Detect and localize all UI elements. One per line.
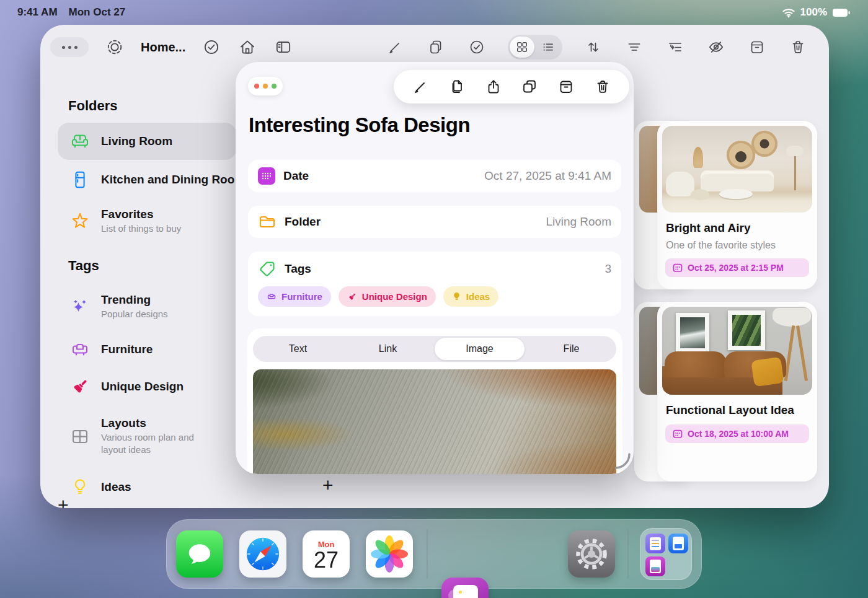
indent-move-icon[interactable] xyxy=(665,37,685,57)
dock-app-settings[interactable] xyxy=(568,530,615,578)
sidebar-item-label: Trending xyxy=(101,293,213,307)
status-time: 9:41 AM xyxy=(17,6,58,19)
sofa-icon xyxy=(68,131,92,152)
safari-compass-icon xyxy=(244,535,282,573)
calendar-icon xyxy=(673,263,683,273)
sidebar-item-unique-design[interactable]: Unique Design xyxy=(58,372,236,402)
folder-row[interactable]: Folder Living Room xyxy=(248,206,621,238)
sidebar-item-ideas[interactable]: Ideas xyxy=(58,472,236,502)
dock-app-calendar[interactable]: Mon 27 xyxy=(303,530,350,578)
card-bright-and-airy[interactable]: Bright and Airy One of the favorite styl… xyxy=(657,121,817,289)
dock-app-gallery-notes[interactable] xyxy=(441,578,489,598)
dock-app-safari[interactable] xyxy=(239,530,286,578)
modal-action-bar xyxy=(394,70,629,103)
card-title: Functional Layout Idea xyxy=(666,403,794,417)
date-value: Oct 27, 2025 at 9:41 AM xyxy=(484,169,611,183)
mini-gallery-icon xyxy=(645,556,665,576)
mini-document-icon xyxy=(668,534,688,553)
duplicate-icon[interactable] xyxy=(520,77,539,97)
sidebar-add-button[interactable]: + xyxy=(58,496,69,508)
sort-arrows-icon[interactable] xyxy=(583,37,603,57)
card-date-badge: Oct 18, 2025 at 10:00 AM xyxy=(665,424,809,443)
chip-label: Unique Design xyxy=(362,291,427,302)
status-date: Mon Oct 27 xyxy=(69,6,126,19)
content-add-button[interactable]: + xyxy=(322,476,334,495)
sidebar-toggle-icon[interactable] xyxy=(273,37,293,57)
grid-view-icon[interactable] xyxy=(510,37,534,58)
calendar-day-number: 27 xyxy=(314,549,339,571)
calendar-icon xyxy=(673,429,683,439)
card-title: Bright and Airy xyxy=(666,221,751,235)
edit-pencil-icon[interactable] xyxy=(385,37,405,57)
window-title: Home... xyxy=(141,40,185,55)
chip-label: Ideas xyxy=(466,291,490,302)
sidebar-item-kitchen[interactable]: Kitchen and Dining Roo xyxy=(58,164,236,196)
sparkles-icon xyxy=(68,297,92,317)
resize-handle-icon[interactable] xyxy=(614,452,631,472)
sidebar-item-layouts[interactable]: Layouts Various room plan and layout ide… xyxy=(58,408,236,465)
copy-pages-icon[interactable] xyxy=(447,77,467,97)
green-dot-icon xyxy=(272,84,277,89)
archive-icon[interactable] xyxy=(747,37,767,57)
settings-gear-icon[interactable] xyxy=(105,37,125,57)
dock: Mon 27 xyxy=(166,519,702,589)
trash-icon[interactable] xyxy=(788,37,808,57)
dock-app-messages[interactable] xyxy=(176,530,223,578)
trash-icon[interactable] xyxy=(593,77,613,97)
dock-app-folder[interactable] xyxy=(640,528,692,580)
edit-pencil-icon[interactable] xyxy=(410,77,430,97)
check-circle-icon[interactable] xyxy=(202,37,221,57)
tab-text[interactable]: Text xyxy=(253,338,343,360)
card-photo xyxy=(662,126,812,213)
card-subtitle: One of the favorite styles xyxy=(666,240,776,251)
card-functional-layout[interactable]: Functional Layout Idea Oct 18, 2025 at 1… xyxy=(657,302,817,481)
app-window: Home... xyxy=(40,25,829,508)
archive-icon[interactable] xyxy=(556,77,576,97)
select-check-icon[interactable] xyxy=(467,37,487,57)
tag-chip-furniture[interactable]: Furniture xyxy=(258,286,331,307)
view-mode-segment[interactable] xyxy=(508,35,562,59)
lightbulb-icon xyxy=(68,477,92,497)
hide-eye-slash-icon[interactable] xyxy=(706,37,726,57)
sidebar-item-label: Ideas xyxy=(101,480,131,493)
sidebar-item-trending[interactable]: Trending Popular designs xyxy=(58,286,236,327)
sidebar-item-subtitle: List of things to buy xyxy=(101,222,213,235)
tags-row[interactable]: Tags 3 Furniture Unique Design Ideas xyxy=(248,252,621,316)
note-title: Interesting Sofa Design xyxy=(249,113,470,137)
window-ellipsis-button[interactable] xyxy=(50,37,89,57)
lightbulb-icon xyxy=(452,292,461,301)
orange-dot-icon xyxy=(263,84,268,89)
sidebar-item-label: Unique Design xyxy=(101,380,184,393)
sidebar-item-living-room[interactable]: Living Room xyxy=(58,123,236,160)
attached-image[interactable] xyxy=(253,369,616,474)
tag-chip-unique-design[interactable]: Unique Design xyxy=(339,286,436,307)
chip-label: Furniture xyxy=(281,291,322,302)
card-date-text: Oct 25, 2025 at 2:15 PM xyxy=(688,263,784,273)
home-icon[interactable] xyxy=(237,37,257,57)
tags-label: Tags xyxy=(285,262,311,276)
filter-lines-icon[interactable] xyxy=(624,37,644,57)
attachment-card: Text Link Image File xyxy=(247,328,622,474)
list-view-icon[interactable] xyxy=(536,37,560,58)
tab-link[interactable]: Link xyxy=(343,338,433,360)
tag-chip-ideas[interactable]: Ideas xyxy=(443,286,498,307)
share-icon[interactable] xyxy=(484,77,503,97)
date-row[interactable]: Date Oct 27, 2025 at 9:41 AM xyxy=(248,160,621,192)
red-dot-icon xyxy=(254,84,259,89)
copy-icon[interactable] xyxy=(426,37,446,57)
tab-image[interactable]: Image xyxy=(435,338,525,360)
attachment-type-tabs: Text Link Image File xyxy=(253,336,616,362)
folder-value: Living Room xyxy=(546,215,611,229)
sidebar: Folders Living Room Kitchen and Dining R… xyxy=(40,69,236,508)
tab-file[interactable]: File xyxy=(526,338,616,360)
tags-count: 3 xyxy=(604,262,611,276)
dock-app-photos[interactable] xyxy=(366,530,413,578)
folder-label: Folder xyxy=(285,215,321,229)
sidebar-item-label: Kitchen and Dining Roo xyxy=(101,173,234,186)
sidebar-item-favorites[interactable]: Favorites List of things to buy xyxy=(58,201,236,242)
modal-ellipsis-button[interactable] xyxy=(248,77,283,95)
sidebar-item-furniture[interactable]: Furniture xyxy=(58,335,236,364)
battery-percent: 100% xyxy=(800,6,827,19)
paintbrush-icon xyxy=(68,377,92,397)
sidebar-item-subtitle: Various room plan and layout ideas xyxy=(101,431,213,457)
